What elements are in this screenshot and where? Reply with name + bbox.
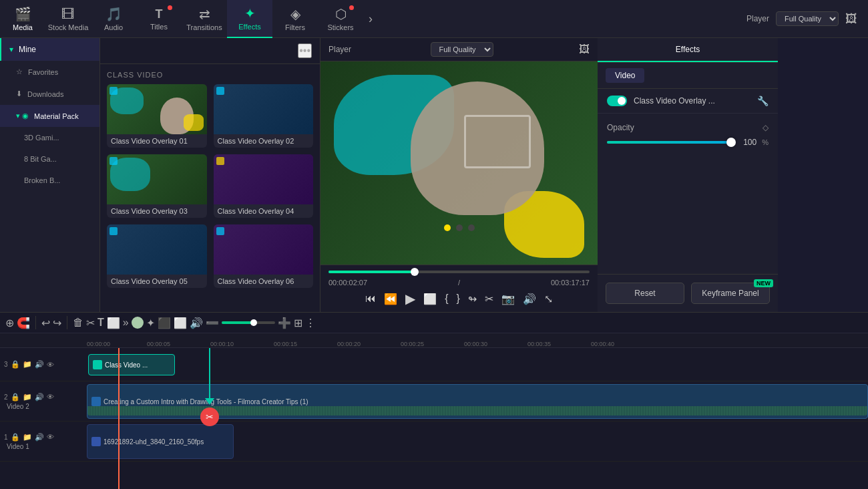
- track3-folder-icon[interactable]: 📁: [23, 360, 32, 369]
- tab-media-label: Media: [13, 23, 33, 31]
- ruler-label-10: 00:00:10: [210, 341, 234, 347]
- ruler-marks: 00:00:00 00:00:05 00:00:10 00:00:15 00:0…: [87, 333, 868, 347]
- mark-out-button[interactable]: }: [457, 293, 460, 305]
- tab-media[interactable]: 🎬 Media: [0, 0, 45, 38]
- clip-overlay-track3[interactable]: Class Video ...: [88, 354, 175, 375]
- effect-card-cvo5[interactable]: Class Video Overlay 05: [107, 224, 207, 288]
- clip-video-track1[interactable]: 16921892-uhd_3840_2160_50fps: [87, 424, 234, 459]
- fullscreen-button[interactable]: ⬜: [423, 293, 437, 305]
- tab-stock-media[interactable]: 🎞 Stock Media: [45, 0, 91, 38]
- volume-button[interactable]: 🔊: [523, 293, 536, 305]
- step-back-button[interactable]: ⏪: [384, 293, 397, 305]
- quality-select[interactable]: Full Quality 1/2 Quality 1/4 Quality: [776, 11, 839, 26]
- magnet-button[interactable]: 🧲: [17, 317, 30, 329]
- add-track-button[interactable]: ⊕: [5, 317, 14, 329]
- undo-button[interactable]: ↩: [41, 317, 50, 329]
- track3-lock-icon[interactable]: 🔒: [11, 360, 20, 369]
- effect-thumb-cvo3: [107, 154, 207, 204]
- grid-button[interactable]: ⊞: [294, 317, 302, 329]
- opacity-section: Opacity ◇ 100 %: [598, 114, 778, 156]
- add-to-timeline-button[interactable]: ↬: [468, 293, 477, 305]
- track1-eye-icon[interactable]: 👁: [47, 433, 54, 441]
- speed-button[interactable]: »: [123, 317, 129, 329]
- more-tabs-button[interactable]: ›: [363, 12, 378, 26]
- zoom-fill: [222, 321, 254, 324]
- zoom-plus-button[interactable]: ➕: [278, 317, 291, 329]
- track2-folder-icon[interactable]: 📁: [23, 393, 32, 401]
- tab-audio[interactable]: 🎵 Audio: [91, 0, 136, 38]
- track2-eye-icon[interactable]: 👁: [47, 393, 54, 401]
- tab-stickers[interactable]: ⬡ Stickers: [318, 0, 363, 38]
- sidebar-item-3d-gaming[interactable]: 3D Gami...: [0, 127, 99, 148]
- effect-card-cvo1[interactable]: Class Video Overlay 01: [107, 84, 207, 148]
- track1-lock-icon[interactable]: 🔒: [11, 433, 20, 442]
- effects-more-button[interactable]: •••: [298, 43, 312, 58]
- rp-subtab-video[interactable]: Video: [606, 68, 644, 83]
- playhead[interactable]: [118, 348, 120, 489]
- mark-in-button[interactable]: {: [445, 293, 448, 305]
- video-frame-overlay: [464, 115, 531, 168]
- arrow-line: [209, 348, 210, 398]
- track2-audio-icon[interactable]: 🔊: [35, 393, 44, 401]
- color-button[interactable]: [132, 317, 144, 329]
- track3-eye-icon[interactable]: 👁: [47, 361, 54, 369]
- video-time-display: 00:00:02:07 / 00:03:17:17: [329, 279, 590, 287]
- toolbar-sep1: [35, 316, 36, 329]
- zoom-slider[interactable]: [222, 321, 275, 324]
- effect-row-left: Class Video Overlay ...: [607, 96, 715, 106]
- video-preview: [320, 61, 598, 265]
- keyframe-panel-button[interactable]: Keyframe Panel NEW: [691, 283, 770, 304]
- track3-audio-icon[interactable]: 🔊: [35, 360, 44, 369]
- delete-button[interactable]: 🗑: [73, 317, 83, 329]
- reset-button[interactable]: Reset: [606, 283, 684, 304]
- opacity-label-row: Opacity ◇: [607, 123, 769, 132]
- sidebar-item-8bit[interactable]: 8 Bit Ga...: [0, 148, 99, 170]
- video-topbar: Player Full Quality 1/2 Quality 🖼: [320, 38, 598, 61]
- sidebar-item-downloads[interactable]: ⬇ Downloads: [0, 83, 99, 105]
- sidebar-item-material-pack[interactable]: ▾ ◉ Material Pack: [0, 105, 99, 127]
- tab-effects[interactable]: ✦ Effects: [227, 0, 272, 38]
- track1-folder-icon[interactable]: 📁: [23, 433, 32, 442]
- crop-button[interactable]: ✂: [485, 293, 493, 305]
- sidebar-item-mine[interactable]: ▾ Mine: [0, 38, 99, 61]
- effect-card-cvo4[interactable]: Class Video Overlay 04: [214, 154, 314, 218]
- zoom-button[interactable]: ⤡: [544, 293, 553, 305]
- effect-thumb-cvo4: [214, 154, 314, 204]
- audio-timeline-button[interactable]: 🔊: [190, 317, 203, 329]
- material-pack-icon: ▾ ◉: [16, 112, 29, 120]
- snapshot-button[interactable]: 📷: [501, 293, 515, 305]
- more-options-button[interactable]: ⋮: [305, 317, 316, 329]
- sidebar-item-broken[interactable]: Broken B...: [0, 170, 99, 191]
- tab-transitions[interactable]: ⇄ Transitions: [182, 0, 227, 38]
- split-button[interactable]: ✂: [86, 317, 95, 329]
- snapshot-icon: 🖼: [579, 43, 590, 55]
- effect-card-cvo6[interactable]: Class Video Overlay 06: [214, 224, 314, 288]
- crop-timeline-button[interactable]: ⬜: [107, 317, 120, 329]
- track-label-2: 2 🔒 📁 🔊 👁 Video 2: [0, 381, 87, 422]
- time-separator: /: [458, 279, 460, 287]
- opacity-slider[interactable]: [607, 141, 731, 144]
- overlay-button[interactable]: ⬜: [174, 317, 187, 329]
- transform-button[interactable]: ⬛: [158, 317, 171, 329]
- effects-timeline-button[interactable]: ✦: [146, 317, 155, 329]
- quality-select-player[interactable]: Full Quality 1/2 Quality: [431, 42, 493, 57]
- rewind-button[interactable]: ⏮: [365, 293, 376, 305]
- track2-lock-icon[interactable]: 🔒: [11, 393, 20, 401]
- zoom-minus-button[interactable]: ➖: [206, 317, 219, 329]
- effect-card-cvo3[interactable]: Class Video Overlay 03: [107, 154, 207, 218]
- effect-toggle[interactable]: [607, 96, 627, 106]
- rp-tab-effects[interactable]: Effects: [598, 38, 778, 62]
- effect-card-cvo2[interactable]: Class Video Overlay 02: [214, 84, 314, 148]
- play-button[interactable]: ▶: [405, 291, 415, 307]
- thumb-dot-cvo3: [110, 157, 118, 165]
- text-button[interactable]: T: [97, 317, 104, 329]
- video-progress-bar[interactable]: [329, 271, 590, 273]
- tab-titles[interactable]: T Titles: [136, 0, 182, 38]
- track1-audio-icon[interactable]: 🔊: [35, 433, 44, 442]
- redo-button[interactable]: ↪: [53, 317, 61, 329]
- track2-num: 2: [4, 393, 8, 401]
- ruler-label-25: 00:00:25: [401, 341, 424, 347]
- sidebar-item-favorites[interactable]: ☆ Favorites: [0, 61, 99, 83]
- tab-filters[interactable]: ◈ Filters: [272, 0, 318, 38]
- left-panel: ▾ Mine ☆ Favorites ⬇ Downloads ▾ ◉ Mater…: [0, 38, 100, 312]
